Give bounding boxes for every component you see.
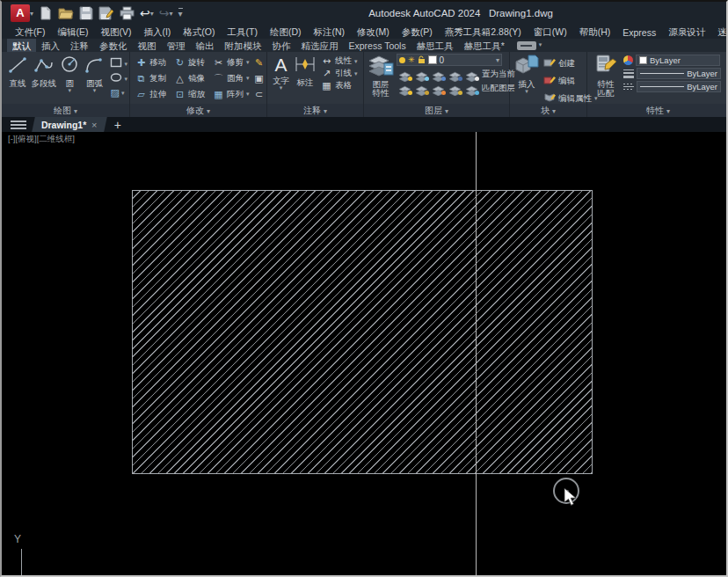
ribbon-tab-express-tools[interactable]: Express Tools xyxy=(344,39,411,52)
ribbon-tab-output[interactable]: 输出 xyxy=(191,39,220,52)
file-tab-menu-button[interactable] xyxy=(11,121,26,129)
tool-rectangle[interactable]: ▾ xyxy=(110,57,127,70)
ribbon-tab-annotate[interactable]: 注释 xyxy=(65,39,94,52)
tool-linear-dim[interactable]: ↔线性▾ xyxy=(321,55,358,67)
menu-insert[interactable]: 插入(I) xyxy=(137,26,177,39)
redo-caret-icon: ▾ xyxy=(170,10,173,18)
menu-edit[interactable]: 编辑(E) xyxy=(51,26,94,39)
tool-dimension[interactable]: 标注 xyxy=(294,55,317,104)
lineweight-dropdown[interactable]: ByLayer xyxy=(637,68,721,79)
layer-freeze-button[interactable] xyxy=(415,69,428,80)
ribbon-tab-collaborate[interactable]: 协作 xyxy=(267,39,296,52)
tool-stretch[interactable]: ▱拉伸 xyxy=(135,86,174,102)
tool-match-properties[interactable]: 特性 匹配 xyxy=(591,54,621,104)
hatch-caret-icon: ▾ xyxy=(121,91,125,96)
tool-trim[interactable]: ✂修剪▾ xyxy=(213,55,253,70)
panel-title-annotation[interactable]: 注释 ▾ xyxy=(267,104,363,117)
plot-button[interactable] xyxy=(120,6,135,20)
layer-off-button[interactable] xyxy=(432,69,445,80)
ribbon-tab-default[interactable]: 默认 xyxy=(7,39,36,52)
tool-leader[interactable]: ↗引线▾ xyxy=(321,68,358,79)
menu-yanxiu-toolbox[interactable]: 燕秀工具箱2.88(Y) xyxy=(439,26,528,39)
tool-line[interactable]: 直线 xyxy=(7,55,28,104)
ribbon-tab-hesi-tools[interactable]: 赫思工具 xyxy=(411,39,459,52)
ribbon-tab-parametric[interactable]: 参数化 xyxy=(94,39,133,52)
tool-move[interactable]: ✚移动 xyxy=(135,55,174,70)
panel-title-modify[interactable]: 修改 ▾ xyxy=(130,104,266,117)
redo-button[interactable]: ↪ ▾ xyxy=(159,6,173,20)
ribbon-mini-toolbar-button[interactable] xyxy=(517,41,536,50)
tool-rotate[interactable]: ↻旋转 xyxy=(174,55,213,70)
new-file-button[interactable] xyxy=(39,6,53,20)
layer-dropdown[interactable]: ✳ 0 ▾ xyxy=(397,54,502,66)
qat-customize-button[interactable]: ▾ xyxy=(178,8,183,18)
make-current-icon xyxy=(465,69,478,80)
layer-unisolate-button[interactable] xyxy=(398,84,411,94)
tool-insert-block[interactable]: 插入 ▾ xyxy=(513,54,540,104)
file-tab-close-icon[interactable]: × xyxy=(91,120,97,130)
panel-block: 插入 ▾ 创建 编辑 编辑属性▾ 块 ▾ xyxy=(510,52,587,117)
file-tab-drawing1[interactable]: Drawing1* × xyxy=(32,117,106,132)
new-drawing-tab-button[interactable]: + xyxy=(114,118,121,132)
layer-lock-button[interactable] xyxy=(448,69,462,80)
tool-explode[interactable]: ▣ xyxy=(253,70,267,86)
open-file-button[interactable] xyxy=(58,6,74,20)
tool-table[interactable]: ▦表格 xyxy=(321,80,358,91)
menu-yuanquan-design[interactable]: 源泉设计 xyxy=(662,26,711,39)
undo-button[interactable]: ↩ ▾ xyxy=(140,6,154,20)
ribbon-tab-insert[interactable]: 插入 xyxy=(36,39,65,52)
drawing-canvas[interactable]: [-][俯视][二维线框] Y xyxy=(2,132,728,575)
tool-copy[interactable]: ⧉复制 xyxy=(135,70,174,86)
layer-unlock-all-button[interactable] xyxy=(448,84,462,94)
panel-title-layers[interactable]: 图层 ▾ xyxy=(364,104,509,117)
save-as-button[interactable] xyxy=(98,6,114,20)
ribbon-tab-addins[interactable]: 附加模块 xyxy=(220,39,267,52)
fillet-caret-icon: ▾ xyxy=(246,76,250,81)
tool-layer-properties[interactable]: 图层 特性 xyxy=(368,54,394,98)
tool-scale[interactable]: ⊡缩放 xyxy=(174,86,213,102)
tool-fillet[interactable]: ⌒圆角▾ xyxy=(213,70,253,86)
menu-parametric[interactable]: 参数(P) xyxy=(396,26,439,39)
ribbon-tab-featured-apps[interactable]: 精选应用 xyxy=(296,39,344,52)
tool-text[interactable]: A 文字 ▾ xyxy=(273,55,289,104)
ribbon-tab-hesi-tools-2[interactable]: 赫思工具* xyxy=(459,39,510,52)
menu-draw[interactable]: 绘图(D) xyxy=(264,26,308,39)
menu-mini-tools[interactable]: 迷你工具 xyxy=(711,26,728,39)
tool-polyline[interactable]: 多段线 xyxy=(32,55,55,104)
menu-express[interactable]: Express xyxy=(616,27,662,38)
current-accent-icon xyxy=(475,77,479,81)
layer-thaw-all-button[interactable] xyxy=(415,84,428,94)
linetype-dropdown[interactable]: ByLayer xyxy=(637,81,721,92)
tool-offset[interactable]: ⊂ xyxy=(253,86,267,102)
panel-title-draw[interactable]: 绘图 ▾ xyxy=(2,104,129,117)
panel-title-properties[interactable]: 特性 ▾ xyxy=(587,104,728,117)
panel-title-block[interactable]: 块 ▾ xyxy=(510,104,586,117)
tool-erase[interactable]: ✎ xyxy=(253,55,267,70)
vertical-construction-line-entity[interactable] xyxy=(476,132,477,575)
tool-array[interactable]: ▦阵列▾ xyxy=(213,86,253,102)
qat-customize-caret-icon: ▾ xyxy=(178,8,183,18)
save-button[interactable] xyxy=(79,6,93,20)
ribbon-tab-manage[interactable]: 管理 xyxy=(162,39,191,52)
menu-modify[interactable]: 修改(M) xyxy=(351,26,396,39)
app-menu-button[interactable]: A ▾ xyxy=(11,4,33,22)
menu-format[interactable]: 格式(O) xyxy=(177,26,221,39)
menu-window[interactable]: 窗口(W) xyxy=(528,26,573,39)
layer-on-all-button[interactable] xyxy=(432,84,445,94)
tool-arc[interactable]: 圆弧 ▾ xyxy=(84,55,105,104)
tool-hatch[interactable]: ▨ ▾ xyxy=(110,87,127,99)
menu-dimension[interactable]: 标注(N) xyxy=(308,26,352,39)
object-color-dropdown[interactable]: ByLayer xyxy=(636,55,720,66)
hatched-rectangle-entity[interactable] xyxy=(132,190,593,474)
tool-ellipse[interactable]: ▾ xyxy=(110,72,127,85)
menu-tools[interactable]: 工具(T) xyxy=(222,26,264,39)
menu-file[interactable]: 文件(F) xyxy=(9,26,51,39)
menu-help[interactable]: 帮助(H) xyxy=(573,26,617,39)
viewport-controls[interactable]: [-][俯视][二维线框] xyxy=(8,134,75,145)
layer-isolate-button[interactable] xyxy=(398,69,411,80)
tool-circle[interactable]: 圆 ▾ xyxy=(59,55,80,104)
menu-view[interactable]: 视图(V) xyxy=(94,26,137,39)
ribbon-tab-view[interactable]: 视图 xyxy=(133,39,162,52)
linear-dim-icon: ↔ xyxy=(321,55,332,67)
tool-mirror[interactable]: △镜像 xyxy=(174,70,213,86)
